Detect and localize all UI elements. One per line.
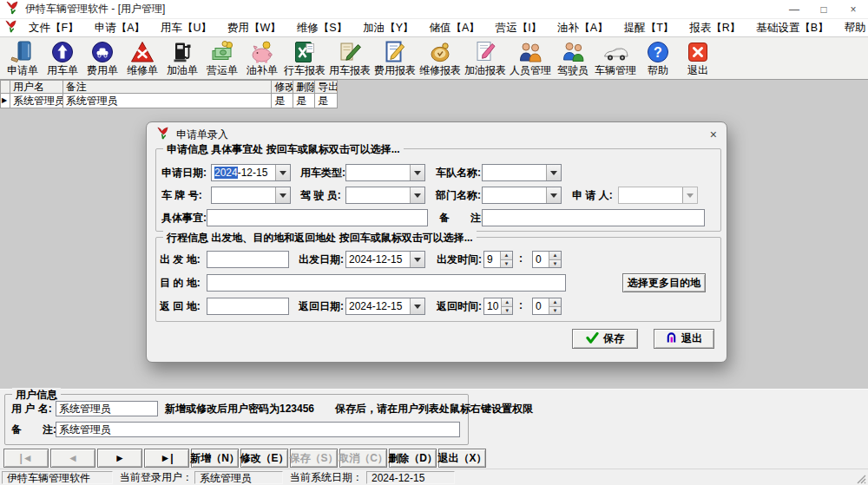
menu-expense[interactable]: 费用【W】 — [220, 21, 289, 36]
apply-remark-input[interactable] — [482, 209, 705, 226]
menu-apply[interactable]: 申请【A】 — [87, 21, 153, 36]
cancel-button[interactable]: 取消（C） — [339, 449, 387, 468]
app-logo-icon — [4, 20, 17, 36]
toolbar-driving-report[interactable]: 行车报表 — [282, 39, 327, 76]
next-record-button[interactable]: ► — [97, 449, 142, 468]
menu-vehicle-use[interactable]: 用车【U】 — [153, 21, 220, 36]
menu-refuel[interactable]: 加油【Y】 — [355, 21, 421, 36]
grid-col-username[interactable]: 用户名 — [10, 80, 63, 94]
exit-icon — [685, 39, 711, 64]
toolbar-vehicle-use-form[interactable]: 用车单 — [43, 39, 82, 76]
apply-date-combo[interactable]: 2024-12-15 — [211, 164, 291, 181]
toolbar-apply-form[interactable]: 申请单 — [3, 39, 43, 76]
toolbar-exit[interactable]: 退出 — [678, 39, 718, 76]
return-date-combo[interactable]: 2024-12-15 — [345, 298, 425, 315]
grid-col-modify[interactable]: 修改 — [272, 80, 293, 94]
dialog-exit-button[interactable]: 退出 — [654, 329, 714, 349]
chevron-down-icon[interactable] — [546, 187, 561, 203]
depart-minute-stepper[interactable]: 0 ▲▼ — [532, 251, 562, 268]
vehicle-type-label: 用车类型: — [300, 164, 345, 181]
more-destinations-button[interactable]: 选择更多目的地 — [622, 273, 706, 292]
menu-operation[interactable]: 营运【I】 — [488, 21, 549, 36]
toolbar-operation-form[interactable]: 营运单 — [202, 39, 242, 76]
username-field[interactable] — [56, 401, 158, 416]
menu-fuel-subsidy[interactable]: 油补【A】 — [549, 21, 615, 36]
toolbar-refuel-form[interactable]: 加油单 — [162, 39, 202, 76]
add-button[interactable]: 新增（N） — [191, 449, 239, 468]
gold-gauge-icon — [427, 39, 453, 64]
depart-place-input[interactable] — [207, 251, 289, 268]
help-icon: ? — [645, 39, 671, 64]
save-button[interactable]: 保存 — [572, 329, 638, 349]
spinner-buttons[interactable]: ▲▼ — [501, 298, 512, 314]
department-combo[interactable] — [482, 187, 562, 204]
menu-help[interactable]: 帮助【H】 — [837, 21, 868, 36]
exit-window-button[interactable]: 退出（X） — [438, 449, 486, 468]
grid-col-export[interactable]: 导出 — [315, 80, 338, 94]
chevron-down-icon[interactable] — [275, 165, 290, 180]
spin-up-icon: ▲ — [549, 252, 561, 259]
return-hour-stepper[interactable]: 10 ▲▼ — [483, 298, 513, 315]
car-sign-icon — [89, 39, 115, 64]
depart-hour-stepper[interactable]: 9 ▲▼ — [483, 251, 513, 268]
dialog-close-button[interactable]: × — [710, 128, 717, 141]
dest-place-input[interactable] — [207, 274, 566, 292]
return-minute-stepper[interactable]: 0 ▲▼ — [532, 298, 562, 315]
apply-form-dialog: 申请单录入 × 申请信息 具体事宜处 按回车或鼠标双击可以选择... 申请日期:… — [146, 121, 727, 363]
table-row[interactable]: ▶ 系统管理员 系统管理员 是 是 是 — [1, 94, 338, 108]
toolbar-vehicle-mgmt[interactable]: 车辆管理 — [593, 39, 638, 76]
menu-stored-value[interactable]: 储值【A】 — [422, 21, 488, 36]
chevron-down-icon[interactable] — [410, 252, 424, 267]
first-record-button[interactable]: |◄ — [3, 449, 49, 468]
menu-file[interactable]: 文件【F】 — [21, 21, 87, 36]
panel-remark-field[interactable] — [56, 422, 460, 437]
toolbar-drivers[interactable]: 驾驶员 — [553, 39, 593, 76]
toolbar-repair-form[interactable]: 维修单 — [122, 39, 162, 76]
delete-button[interactable]: 删除（D） — [389, 449, 437, 468]
last-record-button[interactable]: ►| — [144, 449, 189, 468]
toolbar-expense-report[interactable]: 费用报表 — [372, 39, 418, 76]
user-info-panel: 用户信息 用 户 名: 新增或修改后用户密码为123456 保存后，请在用户列表… — [0, 389, 868, 447]
toolbar-vehicle-report[interactable]: 用车报表 — [327, 39, 372, 76]
vehicle-type-combo[interactable] — [345, 164, 425, 181]
modify-button[interactable]: 修改（E） — [240, 449, 288, 468]
chevron-down-icon[interactable] — [275, 187, 290, 203]
fleet-name-combo[interactable] — [482, 164, 562, 181]
toolbar-repair-report[interactable]: 维修报表 — [418, 39, 463, 76]
spinner-buttons[interactable]: ▲▼ — [500, 252, 512, 267]
toolbar-refuel-report[interactable]: 加油报表 — [463, 39, 508, 76]
matter-input[interactable] — [207, 209, 428, 226]
depart-date-combo[interactable]: 2024-12-15 — [345, 251, 425, 268]
resize-grip[interactable] — [854, 471, 866, 484]
menu-base-settings[interactable]: 基础设置【B】 — [748, 21, 836, 36]
cell-username: 系统管理员 — [10, 94, 63, 108]
menu-reminder[interactable]: 提醒【T】 — [616, 21, 682, 36]
scroll-pen-icon — [337, 39, 363, 64]
dest-place-label: 目 的 地: — [160, 274, 201, 292]
grid-col-remark[interactable]: 备注 — [63, 80, 272, 94]
grid-col-delete[interactable]: 删除 — [293, 80, 315, 94]
return-place-input[interactable] — [207, 298, 289, 315]
depart-time-label: 出发时间: — [437, 251, 482, 268]
spinner-buttons[interactable]: ▲▼ — [549, 298, 561, 314]
maximize-button[interactable]: □ — [809, 0, 838, 18]
menu-report[interactable]: 报表【R】 — [681, 21, 748, 36]
close-button[interactable]: × — [838, 0, 868, 18]
menu-repair[interactable]: 维修【S】 — [289, 21, 355, 36]
chevron-down-icon[interactable] — [410, 298, 424, 314]
toolbar-fuel-subsidy-form[interactable]: 油补单 — [242, 39, 282, 76]
toolbar-personnel-mgmt[interactable]: 人员管理 — [508, 39, 553, 76]
fleet-name-label: 车队名称: — [436, 164, 481, 181]
minimize-button[interactable]: — — [779, 0, 809, 18]
plate-no-combo[interactable] — [211, 187, 291, 204]
title-bar: 伊特车辆管理软件 - [用户管理] — □ × — [0, 0, 868, 19]
spinner-buttons[interactable]: ▲▼ — [549, 252, 561, 267]
toolbar-help[interactable]: ? 帮助 — [638, 39, 678, 76]
chevron-down-icon[interactable] — [546, 165, 561, 180]
prior-record-button[interactable]: ◄ — [50, 449, 95, 468]
save-record-button[interactable]: 保存（S） — [290, 449, 338, 468]
chevron-down-icon[interactable] — [410, 187, 424, 203]
chevron-down-icon[interactable] — [410, 165, 424, 180]
driver-combo[interactable] — [345, 187, 425, 204]
toolbar-expense-form[interactable]: 费用单 — [82, 39, 122, 76]
